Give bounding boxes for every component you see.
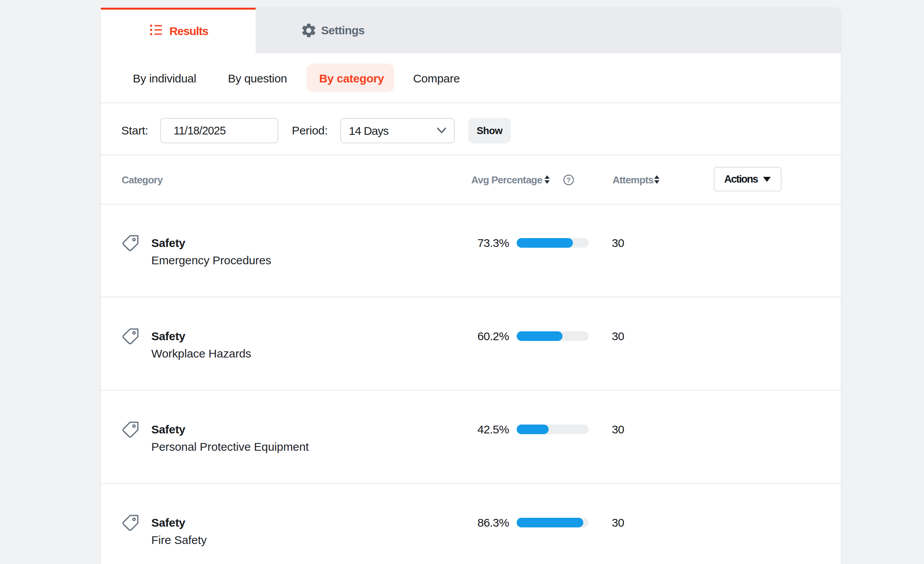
svg-text:?: ? — [567, 176, 571, 184]
